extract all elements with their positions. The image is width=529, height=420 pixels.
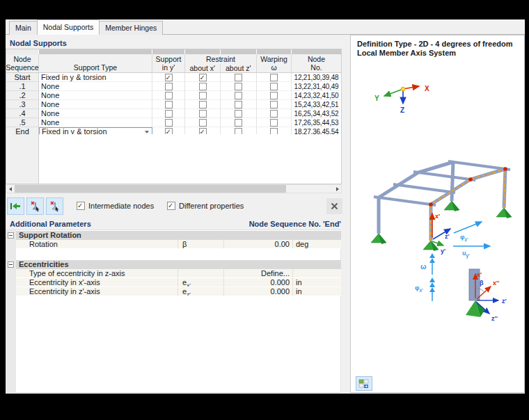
group-support-rotation[interactable]: Support Rotation <box>16 231 341 240</box>
restraint-z-checkbox-cell[interactable] <box>221 100 257 109</box>
checkbox <box>270 110 278 118</box>
svg-text:Y: Y <box>374 95 379 102</box>
tab-main[interactable]: Main <box>9 21 38 35</box>
scroll-left-arrow[interactable] <box>6 185 14 193</box>
collapse-eccentricities-icon[interactable] <box>8 261 14 268</box>
display-properties-button[interactable] <box>356 376 372 391</box>
support-type-cell[interactable]: Fixed in y & torsion <box>39 73 152 82</box>
table-row: .1 None 13,22,31,40,49 <box>6 82 341 91</box>
checkbox <box>235 92 242 99</box>
svg-text:z': z' <box>445 233 450 240</box>
support-type-cell[interactable]: None <box>39 91 152 100</box>
support-type-cell[interactable]: None <box>39 118 152 127</box>
svg-text:z'': z'' <box>491 315 498 322</box>
intermediate-nodes-checkbox[interactable] <box>77 202 85 210</box>
restraint-z-checkbox-cell[interactable] <box>221 109 257 118</box>
node-numbers-cell[interactable]: 12,21,30,39,48 <box>292 73 341 82</box>
definition-type-line2: Local Member Axis System <box>357 49 513 58</box>
close-icon <box>331 202 338 210</box>
restraint-x-checkbox-cell[interactable] <box>185 73 221 82</box>
tab-nodal-supports[interactable]: Nodal Supports <box>37 19 100 35</box>
param-row-rotation: Rotation β 0.00 deg <box>16 240 341 249</box>
different-properties-checkbox[interactable] <box>167 202 175 210</box>
svg-text:X: X <box>425 85 429 92</box>
checkbox <box>165 110 173 118</box>
node-numbers-cell[interactable]: 14,23,32,41,50 <box>292 91 341 100</box>
definition-type-line1: Definition Type - 2D - 4 degrees of free… <box>357 40 513 49</box>
restraint-z-checkbox-cell[interactable] <box>221 82 257 91</box>
delete-support-button[interactable] <box>26 197 44 215</box>
restraint-x-checkbox-cell[interactable] <box>185 118 221 127</box>
checkbox <box>270 74 278 81</box>
checkbox <box>235 110 242 118</box>
row-header[interactable]: .2 <box>6 91 39 100</box>
close-panel-button[interactable] <box>326 198 342 214</box>
node-numbers-cell[interactable]: 15,24,33,42,51 <box>292 100 341 109</box>
scrollbar-thumb[interactable] <box>15 185 286 193</box>
restraint-z-checkbox-cell[interactable] <box>221 118 257 127</box>
additional-parameters-header: Additional Parameters Node Sequence No. … <box>6 220 341 228</box>
param-row-ecc-z: Eccentricity in z'-axis ez' 0.000 in <box>16 287 341 296</box>
eccentricity-type-define-button[interactable]: Define... <box>224 269 293 278</box>
apply-support-button[interactable] <box>7 197 24 215</box>
beta-rotation-inset: x' x'' β z' z'' <box>466 269 507 322</box>
checkbox <box>199 119 207 127</box>
warping-checkbox-cell[interactable] <box>257 109 292 118</box>
column-grip-row <box>6 49 341 54</box>
svg-text:Z: Z <box>400 106 404 114</box>
tab-member-hinges[interactable]: Member Hinges <box>99 21 163 35</box>
support-in-y-checkbox-cell[interactable] <box>152 91 185 100</box>
restraint-z-checkbox-cell[interactable] <box>221 73 257 82</box>
delete-all-supports-button[interactable] <box>46 197 63 215</box>
restraint-x-checkbox-cell[interactable] <box>185 91 221 100</box>
support-in-y-checkbox-cell[interactable] <box>152 100 185 109</box>
svg-text:φx': φx' <box>415 284 423 293</box>
restraint-x-checkbox-cell[interactable] <box>185 82 221 91</box>
global-axis-triad: X Y Z <box>374 85 429 114</box>
row-header[interactable]: Start <box>6 73 39 82</box>
support-type-cell[interactable]: None <box>39 109 152 118</box>
dialog-content: MainNodal SupportsMember Hinges Nodal Su… <box>6 19 525 394</box>
support-in-y-checkbox-cell[interactable] <box>152 118 185 127</box>
param-symbol: ez' <box>178 287 224 296</box>
support-type-cell[interactable]: None <box>39 100 152 109</box>
collapse-support-rotation-icon[interactable] <box>8 232 14 239</box>
restraint-x-checkbox-cell[interactable] <box>185 109 221 118</box>
node-sequence-context: Node Sequence No. 'End' <box>249 220 341 228</box>
warping-checkbox-cell[interactable] <box>257 82 292 91</box>
table-empty-area <box>6 134 342 184</box>
warping-checkbox-cell[interactable] <box>257 91 292 100</box>
ecc-x-value-field[interactable]: 0.000 <box>224 278 293 287</box>
support-in-y-checkbox-cell[interactable] <box>152 109 185 118</box>
tree-margin <box>6 230 16 392</box>
scroll-right-arrow[interactable] <box>333 185 341 193</box>
delete-support-icon <box>29 200 41 212</box>
row-header[interactable]: .3 <box>6 100 39 109</box>
different-properties-option[interactable]: Different properties <box>167 202 244 210</box>
restraint-x-checkbox-cell[interactable] <box>185 100 221 109</box>
node-numbers-cell[interactable]: 17,26,35,44,53 <box>292 118 341 127</box>
header-node-sequence: NodeSequence <box>6 54 39 72</box>
warping-checkbox-cell[interactable] <box>257 100 292 109</box>
checkbox <box>199 83 207 90</box>
row-header[interactable]: .1 <box>6 82 39 91</box>
support-type-cell[interactable]: None <box>39 82 152 91</box>
row-header[interactable]: .5 <box>6 118 39 127</box>
intermediate-nodes-label: Intermediate nodes <box>88 202 154 210</box>
support-in-y-checkbox-cell[interactable] <box>152 82 185 91</box>
param-symbol: β <box>178 240 224 249</box>
rotation-value-field[interactable]: 0.00 <box>224 240 293 249</box>
definition-type-title: Definition Type - 2D - 4 degrees of free… <box>357 40 513 58</box>
restraint-z-checkbox-cell[interactable] <box>221 91 257 100</box>
horizontal-scrollbar[interactable] <box>6 184 342 193</box>
support-in-y-checkbox-cell[interactable] <box>152 73 185 82</box>
ecc-z-value-field[interactable]: 0.000 <box>224 287 293 296</box>
row-header[interactable]: .4 <box>6 109 39 118</box>
node-numbers-cell[interactable]: 16,25,34,43,52 <box>292 109 341 118</box>
warping-checkbox-cell[interactable] <box>257 73 292 82</box>
group-eccentricities[interactable]: Eccentricities <box>16 260 341 269</box>
intermediate-nodes-option[interactable]: Intermediate nodes <box>77 202 154 210</box>
warping-checkbox-cell[interactable] <box>257 118 292 127</box>
node-numbers-cell[interactable]: 13,22,31,40,49 <box>292 82 341 91</box>
svg-text:z': z' <box>502 298 507 305</box>
